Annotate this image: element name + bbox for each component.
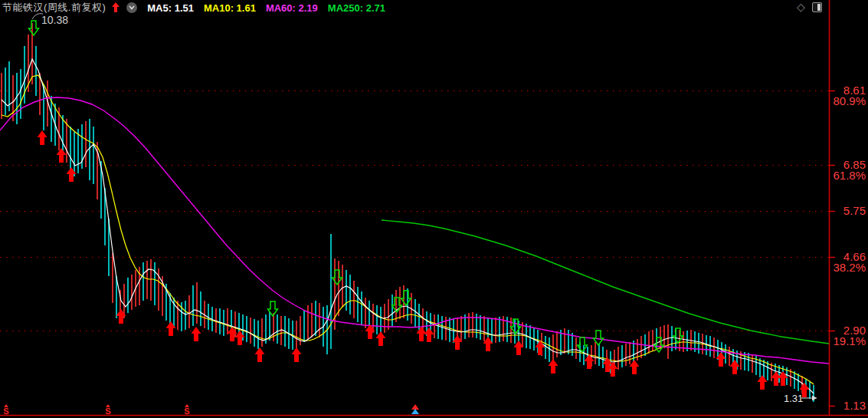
buy-signal-arrow — [255, 347, 265, 362]
high-price-label: 10.38 — [41, 14, 68, 26]
triangle-marker-red — [411, 404, 419, 410]
s-marker: S — [3, 406, 8, 416]
chart-canvas[interactable]: SSS10.381.318.6180.9%6.8561.8%5.754.6638… — [0, 0, 868, 418]
axis-percent-label: 80.9% — [833, 94, 866, 107]
s-marker: S — [105, 406, 110, 416]
corner-toolbar: ◇ — [797, 2, 822, 12]
chart-window: SSS10.381.318.6180.9%6.8561.8%5.754.6638… — [0, 0, 868, 418]
buy-signal-arrow — [730, 360, 740, 374]
axis-percent-label: 38.2% — [833, 261, 866, 274]
panel-split-icon[interactable] — [812, 2, 822, 12]
axis-percent-label: 19.1% — [833, 334, 866, 347]
buy-signal-arrow — [758, 375, 768, 390]
sell-signal-arrow — [332, 270, 342, 285]
ma10-line — [2, 75, 814, 384]
collapse-chevron-icon[interactable] — [126, 2, 137, 13]
chart-title: 节能铁汉(周线.前复权) — [2, 1, 106, 15]
sell-signal-arrow — [401, 291, 411, 305]
ma60-value-label: MA60: 2.19 — [266, 2, 318, 14]
sell-signal-arrow — [29, 21, 39, 35]
last-price-label: 1.31 — [784, 393, 803, 404]
last-price-arrowhead — [812, 396, 817, 401]
buy-signal-arrow — [192, 327, 201, 341]
sell-signal-arrow — [673, 328, 683, 343]
buy-signal-arrow — [630, 360, 640, 374]
sell-signal-arrow — [578, 337, 588, 352]
buy-signal-arrow — [57, 148, 67, 163]
ma5-value-label: MA5: 1.51 — [147, 2, 194, 14]
diamond-icon[interactable]: ◇ — [797, 2, 805, 12]
chart-header: 节能铁汉(周线.前复权) MA5: 1.51 MA10: 1.61 MA60: … — [0, 0, 385, 15]
ma250-value-label: MA250: 2.71 — [328, 2, 385, 14]
triangle-marker-blue — [411, 409, 419, 414]
buy-signal-arrow — [424, 327, 434, 342]
axis-percent-label: 61.8% — [833, 169, 866, 182]
axis-price-label: 5.75 — [843, 204, 866, 217]
ma250-line — [382, 220, 829, 344]
red-up-arrow-icon — [111, 2, 120, 13]
ma60-line — [0, 97, 829, 364]
s-marker: S — [184, 406, 189, 416]
buy-signal-arrow — [38, 130, 47, 145]
axis-price-label: 1.13 — [843, 399, 866, 412]
ma10-value-label: MA10: 1.61 — [204, 2, 256, 14]
